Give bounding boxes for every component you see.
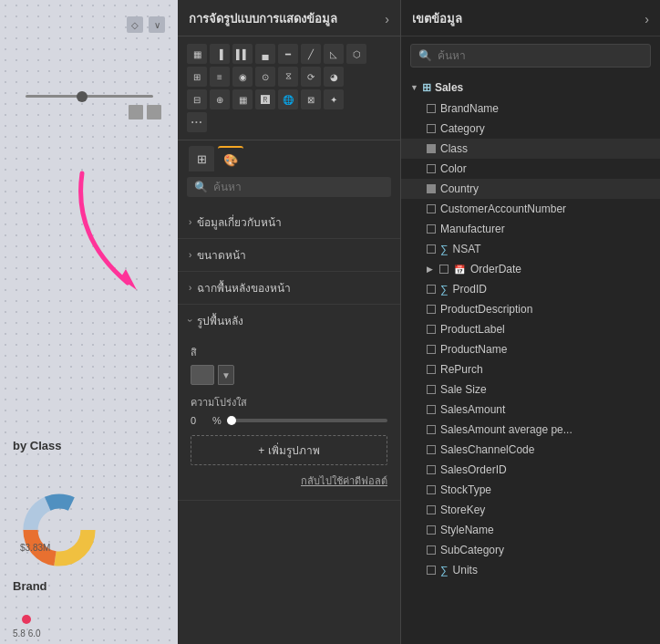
viz-icon-r11[interactable]: 🆁 (255, 89, 275, 109)
viz-icon-column[interactable]: ▄ (255, 44, 275, 64)
color-swatch[interactable] (191, 365, 214, 385)
field-label-Color: Color (440, 162, 467, 175)
viz-icon-r13[interactable]: ⊠ (301, 89, 321, 109)
field-StockType[interactable]: StockType (401, 480, 660, 500)
sales-group-header[interactable]: ▼ ⊞ Sales (401, 77, 660, 99)
field-SalesChannelCode[interactable]: SalesChannelCode (401, 440, 660, 460)
field-SalesAmount[interactable]: SalesAmount (401, 400, 660, 420)
accordion-header-background[interactable]: › รูปพื้นหลัง (178, 305, 400, 337)
viz-icon-r9[interactable]: ⊕ (210, 89, 230, 109)
transparency-slider[interactable] (227, 419, 387, 422)
field-icon-Units (427, 566, 436, 575)
field-label-Category: Category (440, 122, 485, 135)
color-dropdown-btn[interactable]: ▼ (218, 365, 234, 385)
viz-icon-r7[interactable]: ◕ (324, 67, 344, 87)
viz-icon-r12[interactable]: 🌐 (278, 89, 298, 109)
brand-label: Brand (13, 579, 47, 593)
field-ProductName[interactable]: ProductName (401, 339, 660, 359)
viz-icon-cluster[interactable]: ▌▌ (232, 44, 253, 64)
field-StyleName[interactable]: StyleName (401, 520, 660, 540)
viz-icon-map[interactable]: ⬡ (346, 44, 366, 64)
reset-defaults-link[interactable]: กลับไปใช้ค่าดีฟอลต์ (191, 473, 387, 489)
page-format-tab[interactable]: 🎨 (218, 146, 243, 171)
accordion-background: › รูปพื้นหลัง สิ ▼ ความโปร่งใส 0 % + เพิ… (178, 305, 400, 501)
add-image-button[interactable]: + เพิ่มรูปภาพ (191, 435, 387, 465)
viz-icon-r8[interactable]: ⊟ (187, 89, 207, 109)
viz-more-icon[interactable]: ··· (187, 112, 207, 132)
accordion-label-page-info: ข้อมูลเกี่ยวกับหน้า (197, 213, 282, 231)
right-search-bar[interactable]: 🔍 (410, 44, 651, 68)
field-Country[interactable]: Country (401, 179, 660, 199)
viz-icon-r14[interactable]: ✦ (324, 89, 344, 109)
middle-panel-expand-icon[interactable]: › (385, 12, 389, 26)
viz-toolbar-icon-2[interactable] (147, 105, 161, 119)
right-search-input[interactable] (438, 49, 643, 62)
field-label-OrderDate: OrderDate (470, 263, 521, 275)
field-Class[interactable]: Class (401, 139, 660, 159)
field-NSAT[interactable]: ∑ NSAT (401, 239, 660, 259)
field-label-BrandName: BrandName (440, 102, 499, 115)
field-icon-SalesAmountAvg (427, 425, 436, 434)
calendar-icon: 📅 (453, 263, 466, 275)
viz-icon-area[interactable]: ◺ (324, 44, 344, 64)
accordion-wallpaper: › ฉากพื้นหลังของหน้า (178, 272, 400, 305)
accordion-header-page-size[interactable]: › ขนาดหน้า (178, 239, 400, 271)
viz-icon-r5[interactable]: ⧖ (278, 67, 298, 87)
viz-icon-r1[interactable]: ⊞ (187, 67, 207, 87)
field-ProductDescription[interactable]: ProductDescription (401, 299, 660, 319)
field-Manufacturer[interactable]: Manufacturer (401, 219, 660, 239)
field-SaleSize[interactable]: Sale Size (401, 379, 660, 400)
viz-icon-bar[interactable]: ▐ (210, 44, 230, 64)
middle-search-input[interactable] (213, 181, 384, 193)
field-StoreKey[interactable]: StoreKey (401, 500, 660, 520)
chevron-page-size: › (189, 250, 191, 260)
slider-track[interactable] (26, 95, 153, 98)
field-label-Manufacturer: Manufacturer (440, 223, 505, 235)
viz-icon-line[interactable]: ╱ (301, 44, 321, 64)
field-Units[interactable]: ∑ Units (401, 560, 660, 580)
field-SalesAmountAvg[interactable]: SalesAmount average pe... (401, 420, 660, 440)
chevron-page-info: › (189, 217, 191, 227)
right-panel-expand-icon[interactable]: › (645, 12, 649, 26)
viz-icon-stacked-bar[interactable]: ▦ (187, 44, 207, 64)
field-label-SubCategory: SubCategory (440, 544, 504, 556)
viz-icon-r4[interactable]: ⊙ (255, 67, 275, 87)
bottom-numbers: 5.8 6.0 (13, 628, 41, 639)
field-ProductLabel[interactable]: ProductLabel (401, 319, 660, 339)
field-SalesOrderID[interactable]: SalesOrderID (401, 460, 660, 480)
field-icon-SalesOrderID (427, 465, 436, 474)
viz-icon-r10[interactable]: ▦ (232, 89, 253, 109)
viz-row-3: ⊟ ⊕ ▦ 🆁 🌐 ⊠ ✦ (187, 89, 391, 109)
viz-toolbar-icon-1[interactable] (129, 105, 143, 119)
middle-search-bar[interactable]: 🔍 (187, 177, 391, 197)
field-icon-ProductName (427, 345, 436, 354)
field-Category[interactable]: Category (401, 119, 660, 139)
field-icon-Country (427, 184, 436, 193)
viz-row-1: ▦ ▐ ▌▌ ▄ ━ ╱ ◺ ⬡ (187, 44, 391, 64)
viz-icon-r2[interactable]: ≡ (210, 67, 230, 87)
field-icon-StockType (427, 485, 436, 494)
field-Color[interactable]: Color (401, 159, 660, 179)
field-icon-NSAT (427, 244, 436, 254)
visual-format-tab[interactable]: ⊞ (189, 146, 214, 171)
right-panel: เขตข้อมูล › 🔍 ▼ ⊞ Sales BrandName Catego… (401, 0, 660, 644)
accordion-header-page-info[interactable]: › ข้อมูลเกี่ยวกับหน้า (178, 206, 400, 238)
accordion-header-wallpaper[interactable]: › ฉากพื้นหลังของหน้า (178, 272, 400, 304)
sales-group: ▼ ⊞ Sales BrandName Category Class Color (401, 77, 660, 580)
viz-icon-line-bar[interactable]: ━ (278, 44, 298, 64)
field-SubCategory[interactable]: SubCategory (401, 540, 660, 560)
field-ProdID[interactable]: ∑ ProdID (401, 279, 660, 299)
viz-icon-r6[interactable]: ⟳ (301, 67, 321, 87)
field-CustomerAccountNumber[interactable]: CustomerAccountNumber (401, 199, 660, 219)
transparency-row: 0 % (191, 415, 387, 426)
accordion-label-background: รูปพื้นหลัง (197, 312, 243, 329)
field-OrderDate[interactable]: ▶ 📅 OrderDate (401, 259, 660, 279)
viz-icon-r3[interactable]: ◉ (232, 67, 253, 87)
field-label-SalesAmountAvg: SalesAmount average pe... (440, 423, 572, 436)
right-panel-header: เขตข้อมูล › (401, 0, 660, 36)
field-BrandName[interactable]: BrandName (401, 99, 660, 119)
field-RePurch[interactable]: RePurch (401, 359, 660, 379)
field-label-SaleSize: Sale Size (440, 383, 487, 396)
field-label-ProductLabel: ProductLabel (440, 323, 505, 336)
slider-thumb[interactable] (77, 91, 88, 102)
